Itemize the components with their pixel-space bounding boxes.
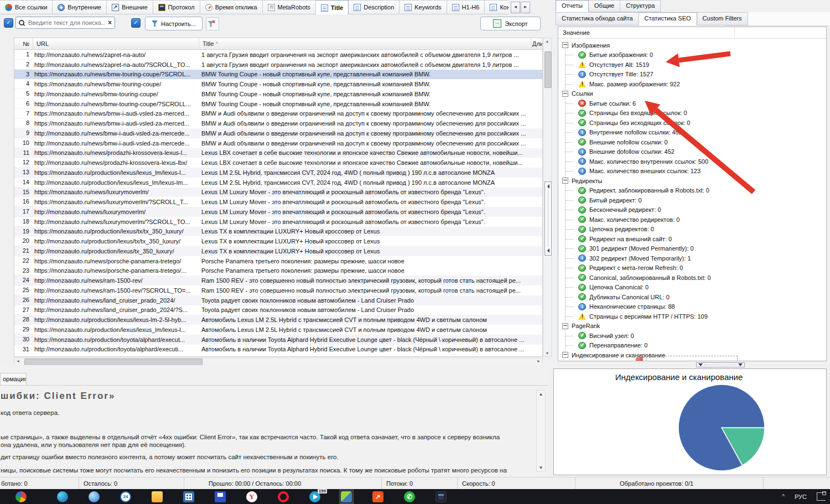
table-row[interactable]: 15 https://monzaauto.ru/news/luxurymover… [14, 188, 542, 198]
toolbar-tab[interactable]: Внешние [107, 0, 153, 14]
browser-partial-icon[interactable] [24, 490, 38, 503]
tree-row[interactable]: Макс. количество внутренних ссылок: 500 [558, 157, 826, 167]
tree-row[interactable]: 302 редирект (Moved Temporarily): 1 [558, 253, 826, 263]
tree-collapse-icon[interactable] [562, 91, 568, 97]
table-row[interactable]: 18 http://monzaauto.ru/news/luxurymoverl… [14, 217, 542, 227]
toolbar-tab[interactable]: Title [316, 0, 349, 14]
tray-chevron-icon[interactable]: ^ [782, 493, 785, 500]
scroll-down-icon[interactable]: ▼ [544, 351, 551, 355]
tree-row[interactable]: Внешние dofollow ссылки: 452 [558, 147, 826, 157]
tree-row[interactable]: Макс. количество редиректов: 0 [558, 215, 826, 225]
table-row[interactable]: 11 https://monzaauto.ru/news/prodazhi-kr… [14, 148, 542, 158]
table-row[interactable]: 13 https://monzaauto.ru/production/lexus… [14, 168, 542, 178]
table-row[interactable]: 1 http://monzaauto.ru/news/zapret-na-aut… [14, 50, 542, 60]
configure-filter-button[interactable]: Настроить... [145, 17, 203, 30]
calculator-icon[interactable] [182, 490, 195, 503]
table-row[interactable]: 3 https://monzaauto.ru/news/bmw-touring-… [14, 70, 542, 80]
table-row[interactable]: 4 https://monzaauto.ru/news/bmw-touring-… [14, 79, 542, 89]
vertical-splitter[interactable] [552, 0, 556, 365]
edge-icon[interactable] [56, 490, 69, 503]
tree-row[interactable]: Редирект, заблокированный в Robots.txt: … [558, 186, 826, 196]
table-horizontal-scrollbar[interactable]: ◄ ► [14, 357, 543, 366]
scroll-down-icon[interactable]: ▼ [537, 465, 545, 470]
opera-icon[interactable] [277, 490, 290, 503]
toolbar-tab[interactable]: Keywords [400, 0, 447, 14]
tree-collapse-icon[interactable] [562, 323, 568, 329]
tree-row[interactable]: Страницы с версиями HTTP / HTTPS: 109 [558, 311, 826, 321]
save-icon[interactable] [214, 490, 227, 503]
search-checkbox[interactable] [4, 18, 13, 28]
toolbar-tab[interactable]: H1-H6 [447, 0, 485, 14]
column-header-url[interactable]: URL [33, 38, 199, 49]
subtab-custom-filters[interactable]: Custom Filters [697, 12, 748, 25]
touch-keyboard-icon[interactable] [817, 492, 826, 501]
table-row[interactable]: 17 http://monzaauto.ru/news/luxurymoverl… [14, 207, 542, 217]
tree-row[interactable]: 301 редирект (Moved Permanently): 0 [558, 244, 826, 254]
tree-row[interactable]: Изображения [558, 40, 826, 50]
tree-row[interactable]: PageRank [558, 321, 826, 331]
clock-24-icon[interactable]: 24 [119, 490, 132, 503]
vertical-splitter-handle[interactable] [544, 181, 552, 256]
tab-reports[interactable]: Отчеты [556, 0, 589, 12]
tree-row[interactable]: Висячий узел: 0 [558, 331, 826, 341]
toolbar-tab[interactable]: MetaRobots [263, 0, 316, 14]
tree-row[interactable]: Внутренние nofollow ссылки: 452 [558, 128, 826, 138]
subtab-crawl-statistics[interactable]: Статистика обхода сайта [556, 12, 639, 25]
table-row[interactable]: 30 https://monzaauto.ru/production/toyot… [14, 335, 542, 345]
column-header-length[interactable]: Длин [531, 38, 542, 49]
clear-filter-button[interactable] [206, 17, 219, 30]
tab-scroll-left-icon[interactable]: ◄ [511, 2, 520, 13]
tree-row[interactable]: Страницы без входящих ссылок: 0 [558, 108, 826, 118]
vertical-scroll-thumb[interactable] [544, 51, 552, 88]
tree-row[interactable]: Неканонические страницы: 88 [558, 302, 826, 312]
export-button[interactable]: Экспорт [480, 17, 541, 30]
language-indicator[interactable]: РУС [795, 493, 807, 500]
scroll-up-icon[interactable]: ▲ [537, 392, 545, 397]
table-row[interactable]: 9 http://monzaauto.ru/news/bmw-i-audi-vs… [14, 128, 542, 138]
toolbar-tab[interactable]: Все ссылки [0, 0, 53, 14]
table-row[interactable]: 7 https://monzaauto.ru/news/bmw-i-audi-v… [14, 109, 542, 119]
column-header-title[interactable]: Title ^ [199, 38, 531, 49]
tree-row[interactable]: Canonical, заблокированный в Robots.txt:… [558, 273, 826, 283]
right-splitter-handle[interactable] [696, 362, 745, 367]
table-row[interactable]: 29 https://monzaauto.ru/production/lexus… [14, 325, 542, 335]
tree-row[interactable]: Отсутствует Title: 1527 [558, 70, 826, 80]
table-row[interactable]: 14 http://monzaauto.ru/production/lexus/… [14, 178, 542, 188]
tab-scroll-right-icon[interactable]: ► [521, 2, 530, 13]
table-row[interactable]: 32 https://monzaauto.ru/production/toyot… [14, 354, 542, 357]
yandex-browser-icon[interactable]: Y [245, 490, 258, 503]
trading-app-icon[interactable]: ↗ [371, 490, 385, 503]
tab-general[interactable]: Общие [589, 0, 620, 12]
tree-collapse-icon[interactable] [562, 178, 568, 184]
tree-row[interactable]: Внешние nofollow ссылки: 0 [558, 137, 826, 147]
table-row[interactable]: 10 http://monzaauto.ru/news/bmw-i-audi-v… [14, 138, 542, 148]
search-clear-icon[interactable]: × [108, 19, 112, 27]
tab-structure[interactable]: Структура [620, 0, 661, 12]
scroll-right-icon[interactable]: ► [537, 359, 541, 363]
table-row[interactable]: 23 https://monzaauto.ru/news/porsche-pan… [14, 266, 542, 276]
siteanalyzer-icon[interactable] [340, 490, 353, 503]
toolbar-tab[interactable]: Протокол [153, 0, 200, 14]
table-row[interactable]: 2 http://monzaauto.ru/news/zapret-na-aut… [14, 60, 542, 70]
tree-column-header[interactable]: Значение [558, 27, 826, 39]
tree-row[interactable]: Макс. размер изображения: 922 [558, 79, 826, 89]
tree-row[interactable]: Страницы без исходящих ссылок: 0 [558, 118, 826, 128]
telegram-icon[interactable]: 159 [308, 490, 321, 503]
tree-row[interactable]: Цепочка редиректов: 0 [558, 225, 826, 235]
table-row[interactable]: 22 https://monzaauto.ru/news/porsche-pan… [14, 256, 542, 266]
tree-row[interactable]: Редирект с мета-тегом Refresh: 0 [558, 263, 826, 273]
table-row[interactable]: 27 http://monzaauto.ru/news/land_cruiser… [14, 305, 542, 315]
tree-row[interactable]: Битые ссылки: 6 [558, 98, 826, 108]
filter-checkbox[interactable] [131, 18, 141, 28]
whatsapp-icon[interactable] [403, 490, 416, 503]
calendar-app-icon[interactable] [434, 490, 448, 503]
tree-row[interactable]: Бесконечный редирект: 0 [558, 205, 826, 215]
table-row[interactable]: 25 http://monzaauto.ru/news/ram-1500-rev… [14, 285, 542, 295]
table-row[interactable]: 26 http://monzaauto.ru/news/land_cruiser… [14, 295, 542, 305]
table-row[interactable]: 16 https://monzaauto.ru/news/luxurymover… [14, 197, 542, 207]
subtab-seo-statistics[interactable]: Статистика SEO [639, 12, 697, 25]
tree-row[interactable]: Отсутствует Alt: 1519 [558, 60, 826, 70]
tree-row[interactable]: Битые изображения: 0 [558, 50, 826, 60]
search-input[interactable] [27, 19, 106, 27]
table-row[interactable]: 31 http://monzaauto.ru/production/toyota… [14, 345, 542, 355]
